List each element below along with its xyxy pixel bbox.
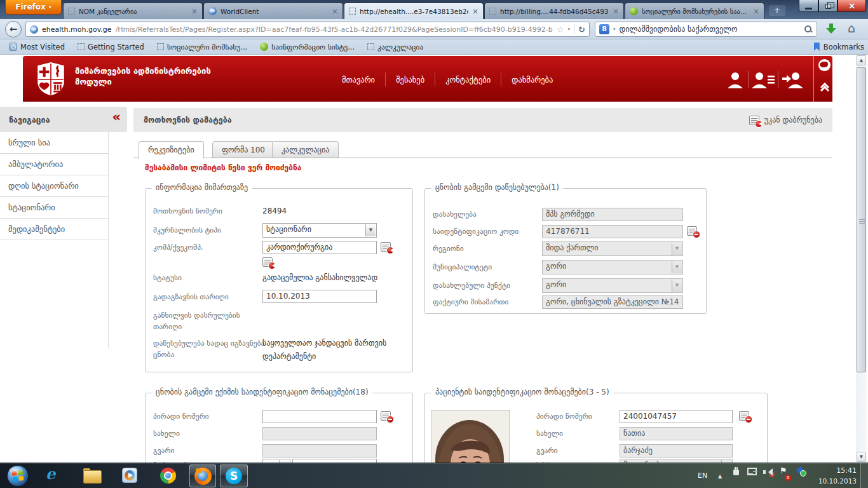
component-value: კარდიოქირურგია (266, 243, 332, 252)
downloads-icon[interactable] (826, 24, 836, 35)
doctor-last-name-input[interactable] (262, 444, 377, 458)
bookmark-star-icon[interactable]: ☆ (557, 25, 564, 34)
page-title: მოთხოვნის დამატება (144, 115, 232, 125)
tray-action-center-icon[interactable]: ⚑x (780, 463, 787, 488)
taskbar-explorer-icon[interactable] (83, 468, 100, 483)
close-icon[interactable]: × (613, 8, 619, 15)
window-minimize-button[interactable] (799, 0, 818, 12)
tab-form-100[interactable]: ფორმა 100 (212, 141, 275, 158)
green-orb-favicon-icon (630, 7, 638, 15)
address-input[interactable]: გორი, ცხინვალის გზატკეცილი №14 (542, 295, 683, 309)
go-back-button[interactable]: უკან დაბრუნება (743, 111, 829, 130)
bookmark-info-system[interactable]: საინფორმაციო სისტე... (255, 41, 360, 53)
logout-user-icon[interactable] (782, 71, 803, 88)
start-button[interactable] (6, 464, 29, 487)
nav-item-help[interactable]: დახმარება (501, 75, 563, 85)
municipality-select[interactable]: გორი ▼ (542, 260, 683, 274)
close-icon[interactable]: × (332, 8, 338, 15)
sidebar-item-medications[interactable]: მედიკამენტები (0, 219, 108, 240)
page-scrollbar[interactable]: ▲ ▼ (856, 55, 867, 463)
tray-power-icon[interactable] (732, 463, 740, 488)
firefox-menu-button[interactable]: Firefox ▾ (5, 0, 62, 15)
show-desktop-button[interactable] (860, 463, 868, 488)
taskbar-skype-button[interactable]: S (220, 464, 248, 487)
scrollbar-thumb[interactable] (857, 67, 866, 372)
bookmark-calculation[interactable]: კალკულაცია (362, 41, 428, 53)
browser-tab-1[interactable]: NOM კანცელარია × (63, 3, 203, 19)
patient-lookup-icon[interactable] (739, 411, 749, 421)
doctor-personal-number-input[interactable] (262, 410, 377, 423)
nav-item-home[interactable]: მთავარი (332, 75, 385, 85)
url-bar[interactable]: ehealth.moh.gov.ge /Hmis/ReferralsTest/P… (25, 22, 590, 37)
chevron-down-icon[interactable]: ▼ (365, 224, 376, 236)
patient-first-name-input[interactable]: ნათია (620, 427, 733, 440)
component-input[interactable]: კარდიოქირურგია (262, 241, 377, 254)
window-close-button[interactable]: × (837, 0, 866, 12)
bookmark-social-service[interactable]: სოციალური მომსახუ... (152, 41, 252, 53)
tab-requisites[interactable]: რეკვიზიტები (139, 141, 204, 159)
nav-item-about[interactable]: შესახებ (386, 75, 435, 85)
user-list-icon[interactable] (752, 71, 775, 88)
close-icon[interactable]: × (472, 8, 478, 15)
new-tab-button[interactable]: + (769, 5, 785, 16)
browser-tab-4[interactable]: http://billing....44-fdb46d45c493 × (484, 3, 624, 19)
sidebar-collapse-button[interactable]: « (112, 109, 119, 125)
patient-personal-number-input[interactable]: 24001047457 (620, 410, 733, 423)
scroll-down-button[interactable]: ▼ (857, 452, 866, 462)
component-clear-icon[interactable] (262, 257, 273, 267)
search-box[interactable]: 8 ▾ დილამშვიდობისა საქართველო (595, 22, 817, 37)
chevron-down-icon[interactable]: ▾ (613, 27, 616, 32)
org-id-input[interactable]: 417876711 (542, 225, 683, 238)
nav-item-contacts[interactable]: კონტაქტები (435, 75, 501, 85)
region-select[interactable]: შიდა ქართლი ▼ (542, 241, 683, 256)
taskbar-firefox-button[interactable] (189, 464, 216, 487)
window-restore-button[interactable] (818, 0, 837, 12)
tray-language-indicator[interactable]: EN (698, 471, 707, 488)
settlement-select[interactable]: გორი ▼ (542, 278, 683, 293)
reload-icon[interactable]: ↻ (578, 25, 585, 34)
taskbar-chrome-icon[interactable] (160, 468, 176, 484)
close-icon[interactable]: × (753, 8, 759, 15)
taskbar-ie-icon[interactable]: e (46, 466, 55, 482)
collapse-header-button[interactable] (819, 84, 831, 90)
sidebar-item-hospital[interactable]: სტაციონარი (0, 197, 108, 219)
tray-volume-icon[interactable] (763, 463, 773, 488)
bookmark-getting-started[interactable]: Getting Started (72, 41, 149, 53)
site-identity-globe-icon[interactable] (30, 25, 38, 34)
tray-network-icon[interactable] (747, 463, 757, 488)
doctor-lookup-icon[interactable] (381, 411, 391, 421)
taskbar-media-player-icon[interactable] (122, 468, 137, 483)
close-icon[interactable]: × (191, 8, 198, 15)
tray-hidden-icons-button[interactable]: ▲ (718, 473, 722, 488)
search-input[interactable]: დილამშვიდობისა საქართველო (620, 25, 800, 34)
send-date-input[interactable]: 10.10.2013 (262, 290, 377, 303)
doctor-first-name-input[interactable] (262, 427, 377, 440)
browser-tab-2[interactable]: WorldClient × (203, 3, 343, 19)
sidebar-item-day-hospital[interactable]: დღის სტაციონარი (0, 175, 108, 197)
search-engine-icon[interactable]: 8 (599, 24, 609, 34)
org-name-input[interactable]: შპს გორმედი (542, 208, 683, 221)
search-icon[interactable] (804, 25, 813, 34)
tab-calculation[interactable]: კალკულაცია (272, 141, 339, 158)
patient-last-name-input[interactable]: ბარჯაძე (620, 444, 733, 458)
user-profile-icon[interactable] (726, 71, 745, 88)
component-lookup-icon[interactable] (381, 242, 391, 252)
sidebar-item-ambulatory[interactable]: ამბულატორია (0, 154, 108, 175)
back-button[interactable]: ← (5, 21, 22, 37)
home-icon[interactable]: ⌂ (848, 21, 855, 35)
tray-clock[interactable]: 15:41 10.10.2013 (815, 466, 857, 488)
red-arrow-badge-icon (755, 120, 763, 128)
browser-tab-5[interactable]: სოციალური მომსახურების საა... × (625, 3, 764, 19)
treatment-type-select[interactable]: სტაციონარი ▼ (262, 223, 377, 238)
bookmarks-menu-button[interactable]: Bookmarks (814, 39, 864, 54)
browser-tab-3-active[interactable]: http://ehealth....e3-7e43813eb2e6 × (344, 3, 484, 19)
sidebar-item-full-list[interactable]: სრული სია (0, 132, 108, 154)
patient-last-name-label: გვარი (536, 446, 558, 456)
return-doc-icon (749, 116, 759, 125)
bookmark-most-visited[interactable]: Most Visited (4, 41, 70, 53)
url-dropdown-icon[interactable]: ▾ (568, 27, 571, 32)
tray-dropbox-icon[interactable] (796, 463, 805, 488)
org-remove-icon[interactable] (687, 226, 697, 236)
scroll-up-button[interactable]: ▲ (857, 55, 866, 65)
language-globe-icon[interactable] (818, 59, 831, 71)
